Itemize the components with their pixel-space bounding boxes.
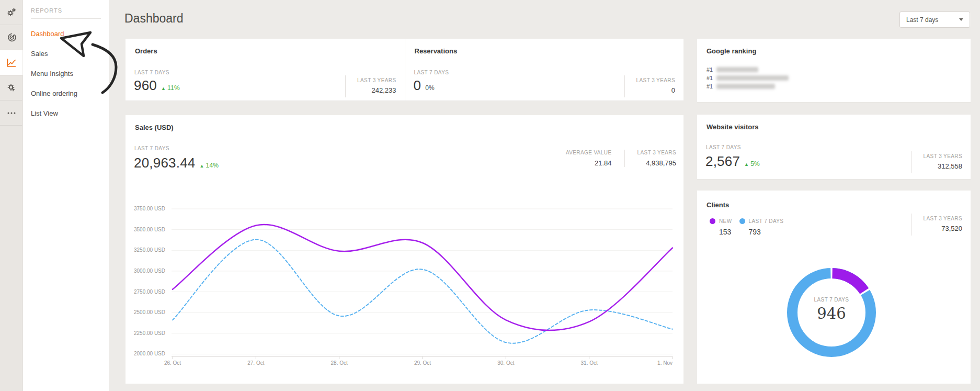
sales-secondary-stats: AVERAGE VALUE 21.84 LAST 3 YEARS 4,938,7… <box>566 150 676 167</box>
dashboard-app: { "colors": { "accent_orange": "#ee6c0f"… <box>0 0 980 391</box>
x-axis-label: 31. Oct <box>581 360 598 366</box>
website-visitors-title: Website visitors <box>706 123 758 131</box>
series-blue-dashed <box>173 240 673 343</box>
y-axis-label: 2000.00 USD <box>134 351 165 356</box>
website-visitors-card: Website visitors LAST 7 DAYS 2,567▲5% LA… <box>697 115 971 179</box>
clients-legend: NEW 153 LAST 7 DAYS 793 <box>710 218 791 236</box>
clients-donut-chart <box>779 260 884 365</box>
y-axis-label: 2500.00 USD <box>134 309 165 315</box>
y-axis-label: 3250.00 USD <box>134 247 165 253</box>
blurred-keyword <box>716 67 758 72</box>
rank-label: #1 <box>706 66 713 73</box>
reservations-secondary-stat: LAST 3 YEARS 0 <box>624 75 675 97</box>
legend-dot-blue <box>739 218 745 224</box>
sales-chart-svg: 2000.00 USD2250.00 USD2500.00 USD2750.00… <box>126 198 683 376</box>
visitors-trend: ▲5% <box>744 160 760 167</box>
trend-up-icon: ▲ <box>199 163 204 169</box>
stat-divider <box>624 150 625 167</box>
rail-item-reports[interactable] <box>0 50 22 75</box>
sales-card: Sales (USD) LAST 7 DAYS 20,963.44▲14% AV… <box>126 115 683 384</box>
visitors-period-label: LAST 7 DAYS <box>706 144 741 150</box>
google-ranking-row: #1 <box>706 66 758 73</box>
more-dots-icon <box>6 108 17 118</box>
rail-item-more[interactable] <box>0 100 22 126</box>
settings-gears-icon <box>6 7 17 18</box>
reservations-title: Reservations <box>415 47 458 55</box>
legend-dot-purple <box>710 218 715 224</box>
orders-title: Orders <box>135 47 157 55</box>
series-purple-solid <box>173 225 673 330</box>
page-title: Dashboard <box>124 12 184 26</box>
date-range-dropdown[interactable]: Last 7 days <box>899 12 970 28</box>
sales-value: 20,963.44▲14% <box>134 155 219 171</box>
google-ranking-row: #1 <box>706 75 789 81</box>
reservations-period-label: LAST 7 DAYS <box>414 70 449 75</box>
target-dart-icon <box>6 32 17 43</box>
google-ranking-title: Google ranking <box>706 47 756 55</box>
y-axis-label: 3000.00 USD <box>134 268 165 274</box>
reservations-trend: 0% <box>425 84 435 92</box>
clients-card: Clients NEW 153 LAST 7 DAYS 793 LAST 3 Y… <box>697 191 971 384</box>
sales-title: Sales (USD) <box>135 124 174 131</box>
clients-secondary-stat: LAST 3 YEARS 73,520 <box>911 214 962 236</box>
gear-cursor-icon <box>6 83 17 93</box>
rank-label: #1 <box>706 83 713 90</box>
line-chart-icon <box>6 58 17 68</box>
orders-period-label: LAST 7 DAYS <box>134 70 169 75</box>
icon-rail <box>0 0 22 391</box>
rail-item-automation[interactable] <box>0 75 22 100</box>
kpi-row-card: Orders LAST 7 DAYS 960▲11% LAST 3 YEARS … <box>126 39 683 100</box>
sales-line-chart: 2000.00 USD2250.00 USD2500.00 USD2750.00… <box>126 198 683 376</box>
sidebar-divider <box>31 18 101 19</box>
sidebar-item-sales[interactable]: Sales <box>23 44 109 64</box>
sidebar: REPORTS Dashboard Sales Menu Insights On… <box>23 0 109 391</box>
visitors-secondary-stat: LAST 3 YEARS 312,558 <box>911 151 962 173</box>
visitors-value: 2,567▲5% <box>705 153 760 170</box>
sales-period-label: LAST 7 DAYS <box>134 146 169 151</box>
x-axis-label: 27. Oct <box>247 360 264 366</box>
sidebar-item-list-view[interactable]: List View <box>23 104 109 124</box>
rail-item-goals[interactable] <box>0 25 22 50</box>
x-axis-label: 29. Oct <box>414 360 431 366</box>
trend-up-icon: ▲ <box>744 162 749 167</box>
orders-value: 960▲11% <box>134 77 180 94</box>
y-axis-label: 3750.00 USD <box>134 206 165 211</box>
sidebar-item-dashboard[interactable]: Dashboard <box>23 24 109 44</box>
sidebar-menu: Dashboard Sales Menu Insights Online ord… <box>23 24 109 124</box>
x-axis-label: 26. Oct <box>164 360 181 366</box>
google-ranking-row: #1 <box>706 83 775 90</box>
sidebar-item-online-ordering[interactable]: Online ordering <box>23 84 109 104</box>
sidebar-item-menu-insights[interactable]: Menu Insights <box>23 64 109 84</box>
clients-title: Clients <box>706 201 729 209</box>
trend-up-icon: ▲ <box>161 86 166 91</box>
x-axis-label: 1. Nov <box>657 360 673 366</box>
y-axis-label: 2250.00 USD <box>134 330 165 336</box>
clients-donut-svg <box>779 260 884 365</box>
sales-trend: ▲14% <box>199 162 219 169</box>
x-axis-label: 30. Oct <box>497 360 514 366</box>
blurred-keyword <box>716 75 789 81</box>
x-axis-label: 28. Oct <box>331 360 348 366</box>
reservations-value: 00% <box>414 77 435 94</box>
sales-3years-stat: LAST 3 YEARS 4,938,795 <box>637 150 676 167</box>
blurred-keyword <box>716 84 775 89</box>
y-axis-label: 2750.00 USD <box>134 289 165 295</box>
chevron-down-icon <box>959 18 963 21</box>
legend-item-last7days: LAST 7 DAYS 793 <box>739 218 784 236</box>
rail-item-settings[interactable] <box>0 0 22 25</box>
date-range-value: Last 7 days <box>906 16 938 24</box>
orders-card: Orders LAST 7 DAYS 960▲11% LAST 3 YEARS … <box>126 39 405 100</box>
reservations-card: Reservations LAST 7 DAYS 00% LAST 3 YEAR… <box>405 39 684 100</box>
google-ranking-card: Google ranking #1 #1 #1 <box>697 39 971 102</box>
orders-trend: ▲11% <box>161 84 180 92</box>
legend-item-new: NEW 153 <box>710 218 732 236</box>
rank-label: #1 <box>706 75 713 81</box>
y-axis-label: 3500.00 USD <box>134 227 165 232</box>
sidebar-section-title: REPORTS <box>31 7 101 14</box>
sales-average-stat: AVERAGE VALUE 21.84 <box>566 150 612 167</box>
orders-secondary-stat: LAST 3 YEARS 242,233 <box>345 75 396 97</box>
